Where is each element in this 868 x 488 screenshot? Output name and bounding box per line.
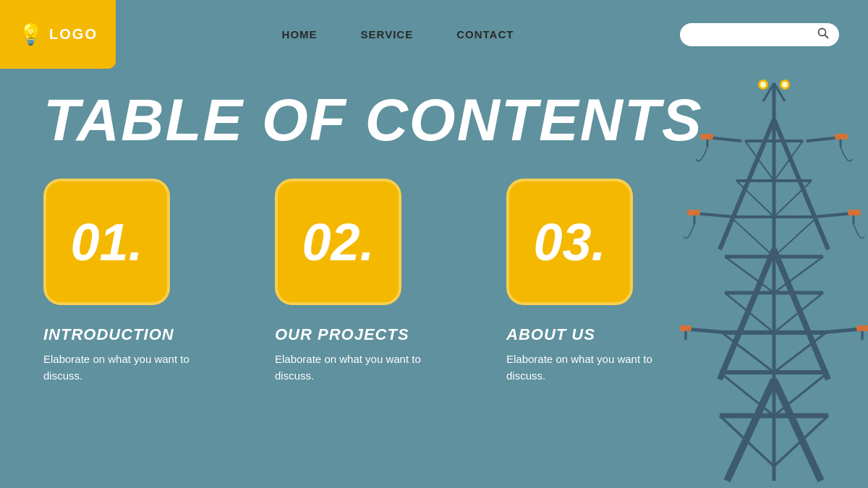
tower-illustration (680, 69, 868, 488)
header: 💡 LOGO HOME SERVICE CONTACT (0, 0, 868, 69)
svg-line-43 (686, 329, 727, 333)
svg-rect-50 (848, 210, 861, 215)
card-title-2: OUR PROJECTS (275, 325, 463, 344)
svg-line-28 (774, 293, 823, 333)
logo-icon: 💡 (18, 22, 43, 46)
nav-service[interactable]: SERVICE (361, 28, 414, 40)
card-3: 03. ABOUT US Elaborate on what you want … (506, 179, 694, 384)
svg-rect-52 (856, 325, 868, 331)
search-bar (680, 23, 839, 46)
svg-line-6 (720, 249, 774, 380)
nav-home[interactable]: HOME (282, 28, 318, 40)
card-desc-1: Elaborate on what you want to discuss. (43, 351, 231, 384)
card-desc-2: Elaborate on what you want to discuss. (275, 351, 463, 384)
card-1: 01. INTRODUCTION Elaborate on what you w… (43, 179, 231, 384)
svg-line-1 (825, 35, 828, 38)
tower-svg (680, 69, 868, 488)
navigation: HOME SERVICE CONTACT (282, 28, 514, 40)
card-number-box-3: 03. (506, 179, 633, 305)
card-2: 02. OUR PROJECTS Elaborate on what you w… (275, 179, 463, 384)
svg-line-39 (694, 213, 734, 217)
svg-line-34 (774, 416, 828, 466)
svg-rect-49 (687, 210, 700, 215)
svg-line-24 (774, 217, 817, 257)
card-number-3: 03. (533, 213, 605, 272)
card-number-box-2: 02. (275, 179, 401, 305)
main-content: TABLE OF CONTENTS 01. INTRODUCTION Elabo… (0, 69, 868, 488)
card-number-2: 02. (302, 213, 374, 272)
card-title-3: ABOUT US (506, 325, 694, 344)
svg-rect-51 (680, 325, 692, 331)
svg-rect-47 (700, 134, 713, 140)
card-number-1: 01. (70, 213, 142, 272)
logo[interactable]: 💡 LOGO (0, 0, 116, 69)
card-desc-3: Elaborate on what you want to discuss. (506, 351, 694, 384)
svg-point-56 (782, 82, 788, 87)
svg-line-9 (774, 249, 828, 380)
search-icon[interactable] (817, 27, 829, 42)
search-input[interactable] (690, 29, 812, 40)
svg-rect-48 (835, 134, 848, 140)
svg-line-44 (821, 329, 862, 333)
logo-text: LOGO (49, 26, 98, 43)
svg-line-40 (814, 213, 854, 217)
svg-line-33 (720, 416, 774, 466)
svg-line-27 (725, 293, 774, 333)
card-number-box-1: 01. (43, 179, 170, 305)
nav-contact[interactable]: CONTACT (456, 28, 514, 40)
svg-point-55 (760, 82, 766, 87)
card-title-1: INTRODUCTION (43, 325, 231, 344)
svg-line-23 (731, 217, 774, 257)
